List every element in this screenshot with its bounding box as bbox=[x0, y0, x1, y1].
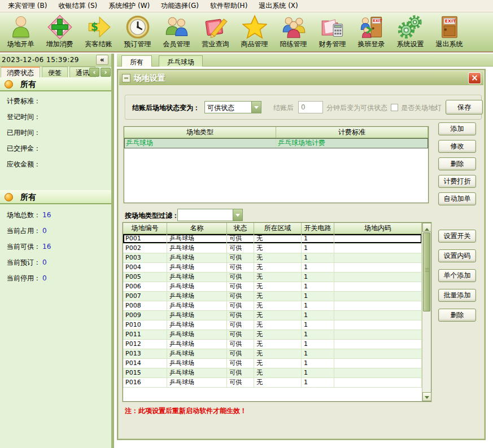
toolbar-button[interactable]: 场地开单 bbox=[1, 14, 40, 51]
type-action-button[interactable]: 删除 bbox=[438, 157, 476, 170]
court-table-cell: 无 bbox=[254, 340, 302, 349]
menu-item[interactable]: 退出系统 (X) bbox=[253, 0, 303, 12]
chevron-down-icon[interactable] bbox=[251, 102, 261, 113]
status-field: 应收金额： bbox=[0, 156, 111, 172]
menu-item[interactable]: 功能选择(G) bbox=[155, 0, 204, 12]
type-action-button[interactable]: 计费打折 bbox=[438, 175, 476, 188]
toolbar-button[interactable]: $ 宾客结账 bbox=[79, 14, 118, 51]
toolbar-button[interactable]: 营业查询 bbox=[196, 14, 235, 51]
court-table-row[interactable]: P012乒乓球场可供无1 bbox=[123, 340, 422, 349]
datetime-label: 2023-12-06 15:39:29 bbox=[2, 56, 79, 64]
main-tab[interactable]: 所有 bbox=[121, 55, 152, 67]
type-action-button[interactable]: 添加 bbox=[438, 122, 476, 135]
toolbar-button[interactable]: EXIT 换班登录 bbox=[352, 14, 391, 51]
court-table-cell: 1 bbox=[302, 273, 334, 282]
scrollbar-thumb[interactable] bbox=[423, 232, 430, 311]
menu-item[interactable]: 来宾管理 (B) bbox=[2, 0, 53, 12]
court-table-row[interactable]: P007乒乓球场可供无1 bbox=[123, 292, 422, 301]
type-table-header-cell[interactable]: 场地类型 bbox=[124, 127, 276, 138]
type-table-row[interactable]: 乒乓球场 乒乓球场地计费 bbox=[124, 138, 428, 148]
menu-item[interactable]: 系统维护 (W) bbox=[103, 0, 155, 12]
court-table-row[interactable]: P006乒乓球场可供无1 bbox=[123, 282, 422, 292]
court-table-cell: 乒乓球场 bbox=[167, 320, 227, 330]
court-table-cell: 1 bbox=[302, 320, 334, 330]
court-table-cell: 无 bbox=[254, 359, 302, 368]
notebook-pencil-icon bbox=[203, 15, 228, 39]
scroll-up-icon[interactable] bbox=[422, 223, 431, 232]
person-green-icon bbox=[8, 15, 33, 39]
type-button-stack: 添加 修改 删除 计费打折 自动加单 bbox=[438, 122, 476, 210]
court-table-header-cell[interactable]: 开关电路 bbox=[302, 223, 334, 234]
toolbar-button[interactable]: 增加消费 bbox=[40, 14, 79, 51]
court-table-row[interactable]: P002乒乓球场可供无1 bbox=[123, 244, 422, 253]
scroll-down-icon[interactable] bbox=[422, 392, 431, 401]
toolbar-button[interactable]: 财务管理 bbox=[313, 14, 352, 51]
type-action-button[interactable]: 修改 bbox=[438, 140, 476, 153]
court-table-cell bbox=[334, 330, 422, 339]
court-table-header-cell[interactable]: 场地内码 bbox=[334, 223, 422, 234]
sidebar: 2023-12-06 15:39:29 « 消费状态 便签 通讯 ‹ › 所有 … bbox=[0, 54, 114, 448]
court-table-row[interactable]: P013乒乓球场可供无1 bbox=[123, 349, 422, 359]
court-table-row[interactable]: P010乒乓球场可供无1 bbox=[123, 320, 422, 330]
court-table-row[interactable]: P011乒乓球场可供无1 bbox=[123, 330, 422, 340]
menu-bar: 来宾管理 (B) 收银结算 (S) 系统维护 (W) 功能选择(G) 软件帮助(… bbox=[0, 0, 493, 12]
main-tab[interactable]: 乒乓球场 bbox=[159, 55, 203, 67]
court-table-header-cell[interactable]: 场地编号 bbox=[123, 223, 167, 234]
court-table-header-cell[interactable]: 状态 bbox=[227, 223, 254, 234]
court-table-row[interactable]: P001乒乓球场可供无1 bbox=[123, 234, 422, 244]
court-table-row[interactable]: P004乒乓球场可供无1 bbox=[123, 263, 422, 273]
collapse-sidebar-button[interactable]: « bbox=[96, 55, 108, 65]
court-table-row[interactable]: P003乒乓球场可供无1 bbox=[123, 253, 422, 263]
court-action-button[interactable]: 删除 bbox=[438, 309, 476, 322]
court-action-button[interactable]: 设置开关 bbox=[438, 230, 476, 243]
checkout-settings-group: 结账后场地状态变为： 可供状态 结账后 分钟后变为可供状态 是否关场地灯 保存 bbox=[125, 95, 482, 120]
sidebar-tab[interactable]: 消费状态 bbox=[1, 67, 40, 77]
menu-item[interactable]: 软件帮助(H) bbox=[204, 0, 253, 12]
court-table-row[interactable]: P005乒乓球场可供无1 bbox=[123, 273, 422, 282]
court-table-cell: P013 bbox=[123, 349, 167, 358]
court-table-cell: 可供 bbox=[227, 368, 254, 377]
menu-item[interactable]: 收银结算 (S) bbox=[53, 0, 103, 12]
status-select[interactable]: 可供状态 bbox=[204, 101, 261, 113]
sidebar-tabs: 消费状态 便签 通讯 bbox=[1, 67, 97, 77]
toolbar-button[interactable]: 商品管理 bbox=[235, 14, 274, 51]
court-table-cell: 无 bbox=[254, 263, 302, 272]
type-action-button[interactable]: 自动加单 bbox=[438, 192, 476, 205]
status-field: 登记时间： bbox=[0, 109, 111, 125]
minutes-input[interactable] bbox=[298, 101, 323, 113]
court-table-row[interactable]: P008乒乓球场可供无1 bbox=[123, 301, 422, 311]
tab-scroll-left-button[interactable]: ‹ bbox=[89, 68, 99, 77]
toolbar-button[interactable]: 会员管理 bbox=[157, 14, 196, 51]
court-table-row[interactable]: P009乒乓球场可供无1 bbox=[123, 311, 422, 320]
dialog-title: 场地设置 bbox=[134, 73, 165, 84]
save-button[interactable]: 保存 bbox=[446, 100, 483, 115]
court-action-button[interactable]: 批量添加 bbox=[438, 289, 476, 302]
toolbar-button[interactable]: 系统设置 bbox=[391, 14, 430, 51]
type-table-header-cell[interactable]: 计费标准 bbox=[276, 127, 428, 138]
vertical-scrollbar[interactable] bbox=[422, 223, 431, 401]
toolbar-button[interactable]: 陪练管理 bbox=[274, 14, 313, 51]
court-table-header-cell[interactable]: 名称 bbox=[167, 223, 227, 234]
main-tab-bar: 所有 乒乓球场 bbox=[117, 54, 493, 67]
court-action-button[interactable]: 设置内码 bbox=[438, 249, 476, 262]
chevron-down-icon[interactable] bbox=[233, 209, 242, 221]
court-table-cell: 乒乓球场 bbox=[167, 378, 227, 387]
court-table-cell bbox=[334, 263, 422, 272]
toolbar-button-label: 换班登录 bbox=[358, 39, 385, 49]
toolbar-button[interactable]: 预订管理 bbox=[118, 14, 157, 51]
filter-select[interactable] bbox=[177, 209, 243, 221]
status-field: 已交押金： bbox=[0, 140, 111, 156]
court-table-row[interactable]: P015乒乓球场可供无1 bbox=[123, 368, 422, 378]
counts-fields: 场地总数：16 当前占用：0 当前可供：16 当前预订：0 当前停用：0 bbox=[0, 207, 111, 286]
court-table-row[interactable]: P016乒乓球场可供无1 bbox=[123, 378, 422, 388]
court-table-header-cell[interactable]: 所在区域 bbox=[254, 223, 302, 234]
toolbar-button[interactable]: EXIT 退出系统 bbox=[430, 14, 469, 51]
close-icon[interactable]: × bbox=[468, 72, 481, 84]
sidebar-tab[interactable]: 便签 bbox=[42, 67, 68, 77]
tab-scroll-right-button[interactable]: › bbox=[101, 68, 111, 77]
court-table-row[interactable]: P014乒乓球场可供无1 bbox=[123, 359, 422, 368]
court-table-cell: 无 bbox=[254, 282, 302, 291]
court-table-cell bbox=[334, 359, 422, 368]
lights-off-checkbox[interactable] bbox=[391, 104, 398, 111]
court-action-button[interactable]: 单个添加 bbox=[438, 269, 476, 282]
